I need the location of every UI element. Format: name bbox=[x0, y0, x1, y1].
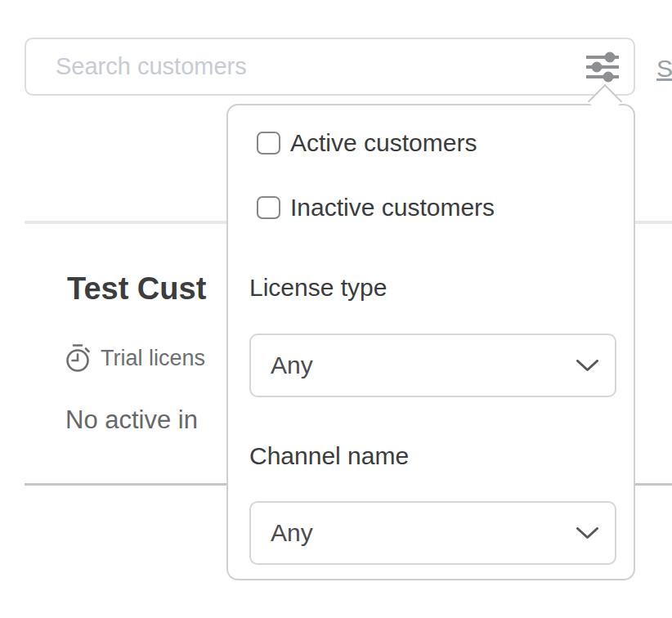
stopwatch-icon bbox=[64, 343, 93, 374]
channel-name-select[interactable]: Any bbox=[249, 501, 616, 565]
license-row: Trial licens bbox=[64, 343, 205, 374]
checkbox-row-inactive-customers[interactable]: Inactive customers bbox=[257, 194, 495, 222]
sort-link[interactable]: S bbox=[656, 55, 672, 83]
inactive-customers-checkbox[interactable] bbox=[257, 196, 280, 219]
search-input[interactable] bbox=[26, 39, 634, 94]
customer-name: Test Cust bbox=[67, 271, 206, 307]
active-customers-label: Active customers bbox=[290, 129, 477, 157]
filter-button[interactable] bbox=[583, 49, 622, 85]
filter-popover: Active customers Inactive customers Lice… bbox=[226, 104, 635, 580]
chevron-down-icon bbox=[576, 360, 598, 372]
chevron-down-icon bbox=[576, 527, 598, 540]
license-type-select[interactable]: Any bbox=[249, 334, 616, 397]
license-type-select-value: Any bbox=[271, 352, 313, 379]
license-type-text: Trial licens bbox=[101, 346, 205, 371]
channel-name-select-value: Any bbox=[271, 519, 313, 547]
search-bar bbox=[25, 38, 635, 96]
sliders-icon bbox=[585, 52, 620, 83]
checkbox-row-active-customers[interactable]: Active customers bbox=[257, 129, 477, 157]
active-customers-checkbox[interactable] bbox=[257, 132, 280, 154]
channel-name-field-label: Channel name bbox=[249, 442, 409, 470]
inactive-customers-label: Inactive customers bbox=[290, 194, 495, 222]
instances-status-text: No active in bbox=[65, 405, 198, 435]
license-type-field-label: License type bbox=[249, 274, 387, 302]
